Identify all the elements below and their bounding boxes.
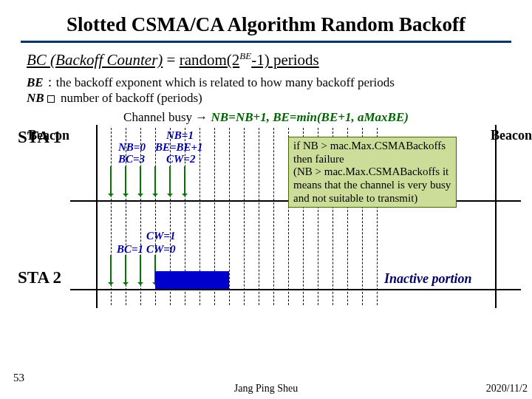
arrow-icon: → xyxy=(192,110,211,124)
slot-line xyxy=(229,128,230,305)
rule-upd: NB=NB+1, BE=min(BE+1, aMaxBE) xyxy=(211,110,409,124)
anno-cw0: CW=0 xyxy=(146,243,175,256)
bc-formula: BC (Backoff Counter) = random(2BE-1) per… xyxy=(27,50,505,69)
beacon-bar-right xyxy=(495,125,497,308)
formula-sup: BE xyxy=(239,50,251,61)
def-nb: NB number of backoff (periods) xyxy=(27,91,505,106)
inactive-label: Inactive portion xyxy=(384,271,472,287)
note-box: if NB > mac.Max.CSMABackoffs then failur… xyxy=(288,137,457,208)
anno-bebe1: BE=BE+1 xyxy=(155,141,203,154)
placeholder-box xyxy=(47,95,55,103)
tx-box xyxy=(155,271,229,289)
anno-nb1: NB=1 xyxy=(166,129,194,142)
def-be: BE：the backoff exponent which is related… xyxy=(27,74,505,91)
sta2-baseline xyxy=(70,289,521,290)
formula-rhs-b: -1) periods xyxy=(251,51,319,69)
slot-line xyxy=(244,128,245,305)
footer-date: 2020/11/2 xyxy=(486,383,528,395)
anno-bc3: BC=3 xyxy=(118,153,145,166)
footer-author: Jang Ping Sheu xyxy=(234,383,298,395)
note-line2: (NB > mac.Max.CSMABackoffs it means that… xyxy=(293,166,451,205)
busy-rule: Channel busy → NB=NB+1, BE=min(BE+1, aMa… xyxy=(0,110,532,125)
formula-rhs-a: random(2 xyxy=(180,51,240,69)
be-var: BE xyxy=(27,75,44,89)
arrow-icon xyxy=(169,166,171,196)
sta2-label: STA 2 xyxy=(18,268,61,287)
beacon-right-label: Beacon xyxy=(491,128,532,143)
definitions: BE：the backoff exponent which is related… xyxy=(27,74,505,106)
anno-cw1: CW=1 xyxy=(146,230,175,242)
arrow-icon xyxy=(184,166,185,196)
arrow-icon xyxy=(110,255,112,284)
slot-line xyxy=(273,128,274,305)
nb-text: number of backoff (periods) xyxy=(58,91,202,105)
arrow-icon xyxy=(125,255,126,284)
arrow-icon xyxy=(140,255,141,284)
anno-cw2: CW=2 xyxy=(166,153,195,166)
arrow-icon xyxy=(140,166,141,196)
beacon-bar-left xyxy=(96,125,98,308)
rule-pre: Channel busy xyxy=(123,110,192,124)
note-line1: if NB > mac.Max.CSMABackoffs then failur… xyxy=(293,140,451,166)
arrow-icon xyxy=(110,166,112,196)
formula-lhs: BC (Backoff Counter) xyxy=(27,51,163,69)
formula-eq: = xyxy=(163,51,179,69)
title-rule xyxy=(21,41,511,43)
nb-var: NB xyxy=(27,91,44,105)
sta1-label: STA 1 xyxy=(18,128,61,147)
anno-bc1: BC=1 xyxy=(117,243,143,256)
timing-diagram: Beacon Beacon STA 1 STA 2 NB=0 BC=3 NB=1… xyxy=(0,128,532,320)
slot-line xyxy=(259,128,259,305)
be-text: ：the backoff exponent which is related t… xyxy=(44,75,395,89)
slide-title: Slotted CSMA/CA Algorithm Random Backoff xyxy=(0,0,532,41)
page-number: 53 xyxy=(13,372,24,384)
anno-nb0: NB=0 xyxy=(118,141,146,154)
arrow-icon xyxy=(125,166,126,196)
arrow-icon xyxy=(154,166,156,196)
